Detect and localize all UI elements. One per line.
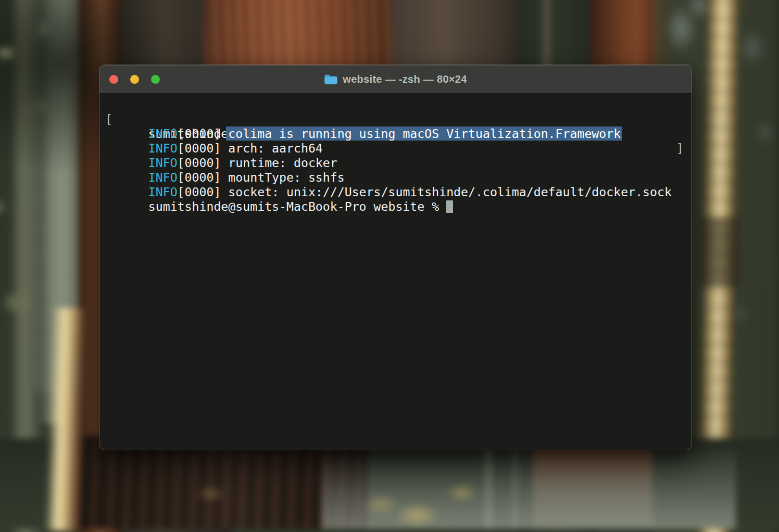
terminal-line-log: INFO[0000] runtime: docker: [105, 141, 686, 156]
terminal-content[interactable]: [ sumitshinde@sumits-MacBook-Pro website…: [99, 94, 692, 199]
terminal-line-log: INFO[0000] colima is running using macOS…: [105, 112, 686, 126]
window-titlebar[interactable]: website — -zsh — 80×24: [99, 65, 692, 94]
terminal-line-log: INFO[0000] socket: unix:///Users/sumitsh…: [105, 170, 686, 185]
traffic-lights: [109, 65, 160, 93]
zoom-button[interactable]: [151, 75, 160, 84]
terminal-line-prompt: sumitshinde@sumits-MacBook-Pro website %: [105, 185, 686, 199]
terminal-line-log: INFO[0000] mountType: sshfs: [105, 156, 686, 170]
terminal-line-command: [ sumitshinde@sumits-MacBook-Pro website…: [105, 97, 686, 112]
terminal-cursor: [446, 200, 453, 213]
terminal-window: website — -zsh — 80×24 [ sumitshinde@sum…: [99, 65, 692, 450]
prompt-text: sumitshinde@sumits-MacBook-Pro website %: [148, 199, 446, 213]
terminal-line-log: INFO[0000] arch: aarch64: [105, 126, 686, 141]
window-title: website — -zsh — 80×24: [343, 73, 467, 85]
close-button[interactable]: [109, 75, 118, 84]
folder-icon: [324, 73, 338, 85]
window-title-group: website — -zsh — 80×24: [324, 73, 467, 85]
minimize-button[interactable]: [130, 75, 139, 84]
